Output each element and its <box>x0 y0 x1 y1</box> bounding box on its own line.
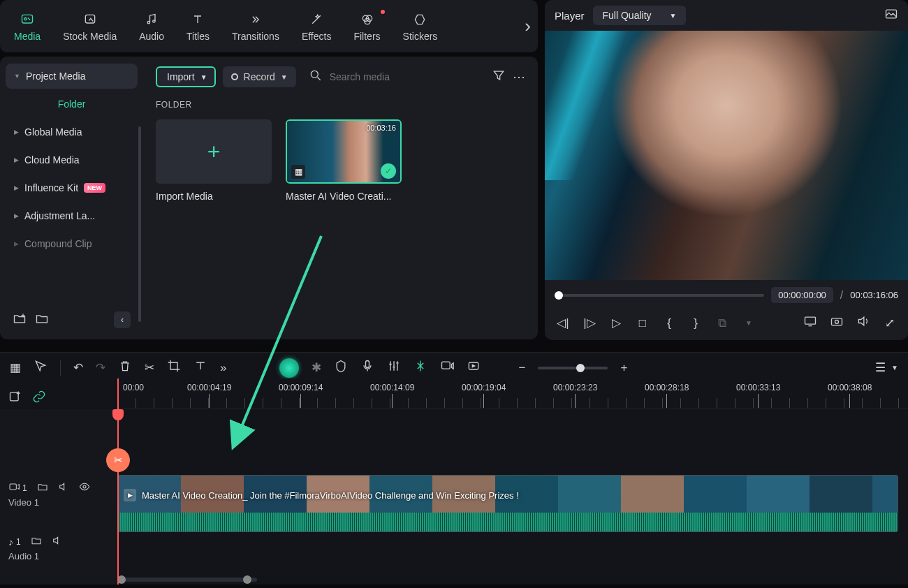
aspect-icon[interactable]: ⧉ <box>714 316 731 330</box>
ai-tools-button[interactable] <box>279 358 299 378</box>
import-media-button[interactable]: + <box>156 119 272 184</box>
player-time-current: 00:00:00:00 <box>771 287 833 303</box>
player-quality-select[interactable]: Full Quality ▼ <box>593 6 687 25</box>
stock-media-icon <box>82 11 98 28</box>
chevron-down-icon[interactable]: ▼ <box>740 319 757 327</box>
ruler-mark: 00:00:28:18 <box>645 383 689 392</box>
new-folder-icon[interactable] <box>13 311 27 328</box>
lock-icon[interactable] <box>31 535 42 548</box>
tab-filters[interactable]: Filters <box>353 11 380 42</box>
text-tool-icon[interactable] <box>193 359 207 376</box>
step-back-icon[interactable]: ◁| <box>555 316 571 330</box>
record-screen-icon[interactable] <box>440 359 454 376</box>
filter-icon[interactable] <box>492 68 506 86</box>
stop-icon[interactable]: □ <box>634 316 651 330</box>
sidebar-item-project-media[interactable]: ▼ Project Media <box>6 64 138 89</box>
sidebar-item-compound-clip[interactable]: ▶ Compound Clip <box>6 231 138 256</box>
scroll-handle-right[interactable] <box>243 575 251 584</box>
split-icon[interactable]: ✂ <box>145 360 154 375</box>
import-button[interactable]: Import ▼ <box>156 66 216 87</box>
tab-stickers-label: Stickers <box>403 31 438 42</box>
media-content-area: Import ▼ Record ▼ ⋯ FOLDER + <box>143 57 538 339</box>
collapse-sidebar-button[interactable]: ‹ <box>114 311 131 328</box>
sidebar-item-cloud-media[interactable]: ▶ Cloud Media <box>6 147 138 172</box>
player-viewport[interactable] <box>545 31 908 280</box>
marker-icon[interactable] <box>334 359 348 376</box>
tab-stock-media[interactable]: Stock Media <box>63 11 117 42</box>
grid-icon[interactable]: ▦ <box>10 360 21 375</box>
redo-icon[interactable]: ↷ <box>96 360 105 375</box>
audio-track-header[interactable]: ♪1 Audio 1 <box>0 529 117 567</box>
player-header: Player Full Quality ▼ <box>545 0 908 31</box>
folder-heading: FOLDER <box>156 100 525 110</box>
mute-icon[interactable] <box>52 535 63 548</box>
zoom-out-icon[interactable]: − <box>518 361 525 375</box>
caret-down-icon: ▼ <box>14 73 20 80</box>
keyframe-icon[interactable] <box>467 359 481 376</box>
auto-beat-icon[interactable] <box>413 359 427 376</box>
snapshot-icon[interactable] <box>884 7 898 24</box>
track-view-icon[interactable]: ☰ <box>875 360 886 375</box>
camera-icon[interactable] <box>828 314 845 332</box>
ruler-mark: 00:00:14:09 <box>370 383 414 392</box>
clip-duration: 00:03:16 <box>366 124 396 132</box>
lock-icon[interactable] <box>37 481 48 494</box>
media-panel: ▼ Project Media Folder ▶ Global Media ▶ … <box>0 57 538 339</box>
zoom-slider-knob[interactable] <box>576 364 585 372</box>
link-icon[interactable] <box>32 390 46 406</box>
visibility-icon[interactable] <box>79 481 90 494</box>
select-tool-icon[interactable] <box>34 359 47 376</box>
record-button[interactable]: Record ▼ <box>223 66 296 87</box>
tab-stickers[interactable]: Stickers <box>403 11 438 42</box>
import-media-label: Import Media <box>156 191 272 202</box>
ruler-mark: 00:00:09:14 <box>279 383 323 392</box>
tab-effects[interactable]: Effects <box>302 11 332 42</box>
step-forward-icon[interactable]: |▷ <box>581 316 598 330</box>
new-bin-icon[interactable] <box>35 311 49 328</box>
sidebar-item-folder[interactable]: Folder <box>6 91 138 117</box>
sidebar-item-adjustment-layer[interactable]: ▶ Adjustment La... <box>6 203 138 228</box>
chevron-down-icon[interactable]: ▼ <box>891 364 898 372</box>
search-container <box>303 68 485 86</box>
timeline-horizontal-scroll[interactable] <box>117 576 257 583</box>
mute-icon[interactable] <box>58 481 69 494</box>
media-clip-cell: 00:03:16 ▦ ✓ Master AI Video Creati... <box>286 119 402 202</box>
svg-point-18 <box>83 485 86 488</box>
sidebar-item-influence-kit[interactable]: ▶ Influence Kit NEW <box>6 175 138 200</box>
volume-icon[interactable] <box>855 314 872 332</box>
crop-icon[interactable] <box>167 359 181 376</box>
zoom-in-icon[interactable]: + <box>620 361 627 375</box>
display-icon[interactable] <box>802 314 819 332</box>
mark-in-icon[interactable]: { <box>661 316 678 330</box>
tabs-scroll-right[interactable]: › <box>525 15 531 37</box>
tab-transitions-label: Transitions <box>232 31 279 42</box>
sidebar-item-global-media[interactable]: ▶ Global Media <box>6 119 138 145</box>
audio-mixer-icon[interactable] <box>387 359 401 376</box>
tab-media[interactable]: Media <box>14 11 41 42</box>
fullscreen-icon[interactable]: ⤢ <box>881 316 898 330</box>
media-clip-thumbnail[interactable]: 00:03:16 ▦ ✓ <box>286 119 402 184</box>
more-icon[interactable]: ⋯ <box>513 69 525 84</box>
playhead[interactable] <box>117 378 119 585</box>
tab-transitions[interactable]: Transitions <box>232 11 279 42</box>
add-track-icon[interactable] <box>8 390 22 406</box>
mark-out-icon[interactable]: } <box>687 316 704 330</box>
zoom-slider[interactable] <box>538 367 608 369</box>
tab-audio[interactable]: Audio <box>139 11 164 42</box>
voiceover-icon[interactable] <box>360 359 374 376</box>
speed-icon[interactable]: ✱ <box>312 360 321 375</box>
titles-icon <box>189 11 206 28</box>
video-track-header[interactable]: 1 Video 1 <box>0 476 117 513</box>
sidebar-scrollbar[interactable] <box>138 126 141 322</box>
player-progress-knob[interactable] <box>555 291 563 300</box>
search-input[interactable] <box>330 71 479 82</box>
timeline-clip[interactable]: ▶ Master AI Video Creation_ Join the #Fi… <box>117 475 898 532</box>
cut-marker[interactable]: ✂ <box>106 448 130 472</box>
undo-icon[interactable]: ↶ <box>73 360 83 375</box>
player-progress-track[interactable] <box>555 294 764 297</box>
tab-titles[interactable]: Titles <box>186 11 210 42</box>
expand-tools-icon[interactable]: » <box>220 361 226 375</box>
play-icon[interactable]: ▷ <box>608 316 624 330</box>
player-time-total: 00:03:16:06 <box>850 290 898 300</box>
delete-icon[interactable] <box>118 359 132 376</box>
